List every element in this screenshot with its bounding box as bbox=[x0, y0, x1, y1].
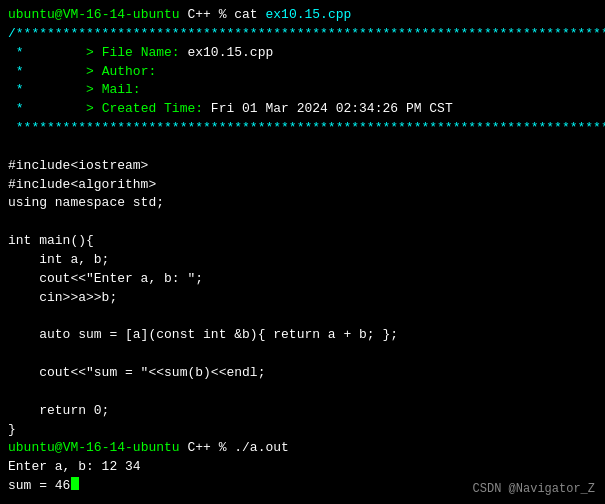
run-prompt-user: ubuntu bbox=[8, 439, 55, 458]
code-include-algorithm: #include<algorithm> bbox=[8, 176, 597, 195]
prompt-at: @ bbox=[55, 6, 63, 25]
meta-arrow-1: > bbox=[24, 63, 102, 82]
prompt-cmd: cat bbox=[234, 6, 265, 25]
code-line-2: #include<algorithm> bbox=[8, 176, 156, 195]
output-text-1: Enter a, b: 12 34 bbox=[8, 458, 141, 477]
watermark: CSDN @Navigator_Z bbox=[473, 481, 595, 498]
code-line-4: int main(){ bbox=[8, 232, 94, 251]
code-line-5: int a, b; bbox=[8, 251, 109, 270]
meta-author: * > Author: bbox=[8, 63, 597, 82]
run-prompt-host: VM-16-14-ubuntu bbox=[63, 439, 180, 458]
star-line-bottom: ****************************************… bbox=[8, 119, 597, 138]
code-line-6: cout<<"Enter a, b: "; bbox=[8, 270, 203, 289]
code-brace: } bbox=[8, 421, 597, 440]
prompt-user: ubuntu bbox=[8, 6, 55, 25]
meta-key-3: Created Time: bbox=[102, 100, 211, 119]
code-using: using namespace std; bbox=[8, 194, 597, 213]
run-prompt-cmd: ./a.out bbox=[234, 439, 289, 458]
meta-filename: * > File Name: ex10.15.cpp bbox=[8, 44, 597, 63]
code-line-7: cin>>a>>b; bbox=[8, 289, 117, 308]
run-command-line: ubuntu @ VM-16-14-ubuntu C++ % ./a.out bbox=[8, 439, 597, 458]
code-int-ab: int a, b; bbox=[8, 251, 597, 270]
code-include-iostream: #include<iostream> bbox=[8, 157, 597, 176]
prompt-host: VM-16-14-ubuntu bbox=[63, 6, 180, 25]
code-line-10: return 0; bbox=[8, 402, 109, 421]
code-line-9: cout<<"sum = "<<sum(b)<<endl; bbox=[8, 364, 265, 383]
meta-created: * > Created Time: Fri 01 Mar 2024 02:34:… bbox=[8, 100, 597, 119]
code-line-11: } bbox=[8, 421, 16, 440]
blank-2 bbox=[8, 213, 597, 232]
code-cin: cin>>a>>b; bbox=[8, 289, 597, 308]
star-line-text: /***************************************… bbox=[8, 25, 605, 44]
cursor bbox=[71, 477, 79, 490]
code-main: int main(){ bbox=[8, 232, 597, 251]
command-line: ubuntu @ VM-16-14-ubuntu C++ % cat ex10.… bbox=[8, 6, 597, 25]
meta-arrow-0: > bbox=[24, 44, 102, 63]
meta-key-0: File Name: bbox=[102, 44, 188, 63]
meta-key-1: Author: bbox=[102, 63, 157, 82]
code-cout-sum: cout<<"sum = "<<sum(b)<<endl; bbox=[8, 364, 597, 383]
blank-1 bbox=[8, 138, 597, 157]
meta-val-0: ex10.15.cpp bbox=[187, 44, 273, 63]
meta-val-3: Fri 01 Mar 2024 02:34:26 PM CST bbox=[211, 100, 453, 119]
prompt-sep: C++ % bbox=[180, 6, 235, 25]
meta-arrow-3: > bbox=[24, 100, 102, 119]
output-line-1: Enter a, b: 12 34 bbox=[8, 458, 597, 477]
meta-key-2: Mail: bbox=[102, 81, 141, 100]
code-line-8: auto sum = [a](const int &b){ return a +… bbox=[8, 326, 398, 345]
code-line-1: #include<iostream> bbox=[8, 157, 148, 176]
code-lambda: auto sum = [a](const int &b){ return a +… bbox=[8, 326, 597, 345]
star-line-top: /***************************************… bbox=[8, 25, 597, 44]
meta-indent-1: * bbox=[8, 63, 24, 82]
blank-4 bbox=[8, 345, 597, 364]
code-line-3: using namespace std; bbox=[8, 194, 164, 213]
terminal: ubuntu @ VM-16-14-ubuntu C++ % cat ex10.… bbox=[0, 0, 605, 504]
blank-5 bbox=[8, 383, 597, 402]
run-prompt-at: @ bbox=[55, 439, 63, 458]
code-return: return 0; bbox=[8, 402, 597, 421]
star-line-end: ****************************************… bbox=[8, 119, 605, 138]
meta-indent-2: * bbox=[8, 81, 24, 100]
meta-arrow-2: > bbox=[24, 81, 102, 100]
blank-3 bbox=[8, 308, 597, 327]
output-text-2: sum = 46 bbox=[8, 477, 70, 496]
meta-indent-3: * bbox=[8, 100, 24, 119]
code-cout-enter: cout<<"Enter a, b: "; bbox=[8, 270, 597, 289]
meta-mail: * > Mail: bbox=[8, 81, 597, 100]
run-prompt-sep: C++ % bbox=[180, 439, 235, 458]
meta-indent: * bbox=[8, 44, 24, 63]
prompt-file: ex10.15.cpp bbox=[265, 6, 351, 25]
